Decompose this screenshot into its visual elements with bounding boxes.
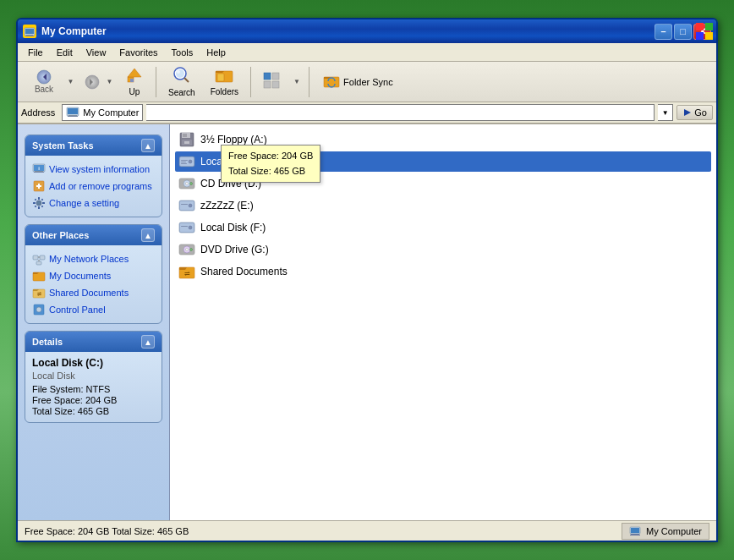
svg-rect-47	[41, 206, 44, 208]
dvd-drive-g-icon	[178, 241, 195, 258]
view-dropdown[interactable]: ▼	[291, 65, 303, 99]
details-drive-name: Local Disk (C:)	[32, 357, 155, 369]
details-total-label: Total Size:	[32, 406, 75, 416]
link-change-setting[interactable]: Change a setting	[29, 195, 158, 211]
minimize-button[interactable]: –	[655, 24, 672, 40]
svg-rect-88	[631, 528, 639, 533]
search-button[interactable]: Search	[162, 65, 201, 99]
link-control-panel[interactable]: Control Panel	[29, 301, 158, 318]
other-places-header[interactable]: Other Places ▲	[25, 225, 162, 245]
svg-rect-40	[38, 197, 40, 200]
back-button[interactable]: Back	[23, 66, 65, 98]
menu-tools[interactable]: Tools	[165, 46, 200, 59]
svg-rect-67	[181, 162, 186, 162]
svg-rect-34	[34, 172, 44, 173]
svg-rect-51	[36, 261, 41, 265]
forward-dropdown[interactable]: ▼	[104, 66, 116, 98]
drive-dvd-g[interactable]: DVD Drive (G:)	[175, 239, 711, 260]
svg-rect-22	[272, 73, 279, 80]
link-add-remove[interactable]: Add or remove programs	[29, 178, 158, 195]
main-window: My Computer – □ ✕ File Edit View Favorit…	[16, 18, 718, 542]
back-button-group: Back ▼	[23, 66, 77, 98]
back-arrow-icon	[36, 69, 52, 85]
svg-marker-30	[684, 109, 691, 116]
back-label: Back	[35, 85, 53, 94]
svg-text:⇌: ⇌	[37, 292, 41, 297]
svg-rect-76	[181, 204, 188, 205]
my-network-label: My Network Places	[49, 254, 129, 264]
other-places-collapse[interactable]: ▲	[141, 228, 155, 242]
details-fs: File System: NTFS	[32, 384, 155, 394]
info-computer-icon: i	[32, 162, 46, 176]
file-list: 3½ Floppy (A:) Local Dis	[175, 129, 711, 282]
link-view-system-info[interactable]: i View system information	[29, 161, 158, 178]
svg-rect-60	[183, 134, 187, 137]
status-right-text: My Computer	[646, 526, 702, 536]
link-shared-documents[interactable]: ⇌ Shared Documents	[29, 284, 158, 301]
drive-local-f[interactable]: Local Disk (F:)	[175, 217, 711, 238]
svg-rect-38	[38, 184, 40, 189]
svg-rect-28	[68, 115, 77, 116]
details-free: Free Space: 204 GB	[32, 395, 155, 405]
link-my-network[interactable]: My Network Places	[29, 250, 158, 267]
view-system-info-icon: i	[32, 162, 46, 176]
drive-zzz-e[interactable]: zZzZzZ (E:)	[175, 195, 711, 216]
forward-button[interactable]	[80, 66, 104, 98]
svg-rect-33	[35, 171, 43, 172]
svg-rect-2	[26, 35, 33, 36]
address-value: My Computer	[83, 107, 139, 118]
toolbar-separator-1	[156, 67, 156, 97]
folders-button[interactable]: Folders	[205, 65, 244, 99]
menu-file[interactable]: File	[21, 46, 50, 59]
tooltip-free-value: 204 GB	[282, 151, 313, 161]
details-free-value: 204 GB	[85, 395, 117, 405]
system-tasks-collapse[interactable]: ▲	[141, 139, 155, 152]
svg-rect-89	[631, 534, 639, 535]
svg-point-39	[36, 200, 41, 206]
svg-point-57	[36, 307, 41, 312]
up-button[interactable]: Up	[119, 65, 150, 99]
go-button[interactable]: Go	[676, 105, 713, 120]
floppy-disk-icon	[178, 131, 195, 148]
link-my-documents[interactable]: My Documents	[29, 267, 158, 284]
add-remove-programs-icon	[32, 179, 46, 193]
svg-rect-3	[25, 36, 34, 36]
svg-rect-27	[68, 108, 78, 114]
maximize-button[interactable]: □	[674, 24, 692, 40]
details-header[interactable]: Details ▲	[25, 332, 162, 352]
menu-view[interactable]: View	[79, 46, 113, 59]
my-documents-icon	[32, 269, 46, 283]
local-f-name: Local Disk (F:)	[200, 222, 266, 233]
folder-sync-label: Folder Sync	[343, 77, 393, 87]
search-label: Search	[168, 88, 195, 97]
up-label: Up	[129, 87, 140, 96]
menu-help[interactable]: Help	[200, 46, 233, 59]
main-content[interactable]: 3½ Floppy (A:) Local Dis	[170, 124, 716, 520]
system-tasks-header[interactable]: System Tasks ▲	[25, 135, 162, 156]
address-spacer[interactable]	[146, 104, 655, 121]
svg-line-17	[184, 78, 189, 82]
search-icon	[173, 66, 191, 87]
other-places-panel: Other Places ▲	[25, 224, 162, 324]
details-fs-value: NTFS	[86, 384, 111, 394]
zzz-e-name: zZzZzZ (E:)	[200, 200, 254, 211]
address-bar: Address My Computer ▼ Go	[18, 102, 716, 124]
address-dropdown[interactable]: ▼	[658, 104, 673, 121]
menu-bar: File Edit View Favorites Tools Help	[18, 43, 716, 62]
toolbar: Back ▼ ▼ Up	[18, 62, 716, 102]
shared-documents-sidebar-icon: ⇌	[32, 286, 46, 299]
svg-rect-46	[35, 206, 37, 208]
svg-point-83	[186, 249, 189, 251]
view-button[interactable]	[257, 65, 288, 99]
search-magnifier-icon	[173, 66, 191, 85]
menu-favorites[interactable]: Favorites	[112, 46, 164, 59]
details-collapse[interactable]: ▲	[141, 335, 155, 349]
folders-icon	[215, 67, 233, 86]
svg-point-84	[190, 249, 193, 251]
shared-documents-item[interactable]: ⇌ Shared Documents	[175, 261, 711, 282]
details-panel: Details ▲ Local Disk (C:) Local Disk Fil…	[25, 331, 162, 423]
folder-sync-button[interactable]: Folder Sync	[315, 65, 401, 99]
up-icon	[126, 67, 143, 86]
back-dropdown[interactable]: ▼	[65, 66, 77, 98]
menu-edit[interactable]: Edit	[50, 46, 79, 59]
